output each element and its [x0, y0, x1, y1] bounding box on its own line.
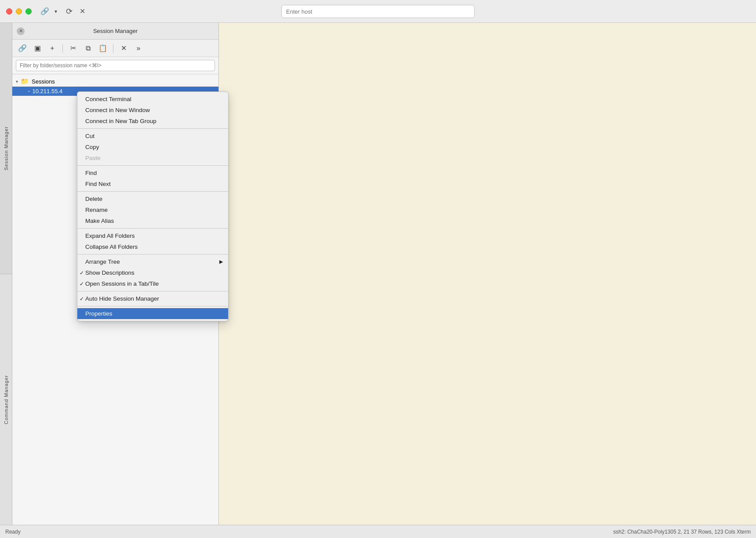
- host-input-container: [281, 5, 475, 18]
- status-left: Ready: [5, 529, 21, 535]
- folder-label: Sessions: [32, 78, 55, 85]
- menu-item-find-next[interactable]: Find Next: [77, 178, 228, 189]
- menu-separator-2: [77, 165, 228, 166]
- close-icon[interactable]: ✕: [80, 7, 85, 15]
- chevron-down-icon: ▾: [16, 79, 18, 84]
- session-icon: ▪: [28, 89, 30, 94]
- context-menu: Connect Terminal Connect in New Window C…: [77, 91, 229, 321]
- menu-item-connect-new-tab[interactable]: Connect in New Tab Group: [77, 116, 228, 127]
- menu-item-collapse-all[interactable]: Collapse All Folders: [77, 241, 228, 252]
- menu-item-rename[interactable]: Rename: [77, 204, 228, 215]
- toolbar-more-button[interactable]: »: [132, 42, 145, 55]
- menu-item-connect-terminal[interactable]: Connect Terminal: [77, 94, 228, 105]
- close-traffic-light[interactable]: [6, 8, 12, 15]
- sidebar-item-command-manager[interactable]: Command Manager: [0, 274, 12, 525]
- menu-item-auto-hide[interactable]: Auto Hide Session Manager: [77, 293, 228, 304]
- maximize-traffic-light[interactable]: [25, 8, 32, 15]
- minimize-traffic-light[interactable]: [16, 8, 22, 15]
- toolbar-separator-2: [113, 44, 113, 53]
- panel-header: ✕ Session Manager: [12, 23, 218, 40]
- toolbar-link-button[interactable]: 🔗: [16, 42, 29, 55]
- toolbar-cut-button[interactable]: ✂: [66, 42, 80, 55]
- tree-folder-sessions[interactable]: ▾ 📁 Sessions: [12, 76, 218, 87]
- panel-title: Session Manager: [93, 28, 138, 34]
- menu-separator-1: [77, 128, 228, 129]
- command-manager-label: Command Manager: [4, 375, 9, 424]
- menu-separator-5: [77, 254, 228, 254]
- status-right: ssh2: ChaCha20-Poly1305 2, 21 37 Rows, 1…: [613, 529, 751, 535]
- vertical-sidebar: Session Manager Command Manager: [0, 23, 12, 525]
- filter-input-container: [12, 57, 218, 74]
- panel-close-button[interactable]: ✕: [17, 27, 25, 35]
- session-item-label: 10.211.55.4: [33, 88, 63, 95]
- folder-icon: 📁: [21, 77, 29, 85]
- menu-item-show-descriptions[interactable]: Show Descriptions: [77, 267, 228, 278]
- toolbar: 🔗 ▣ + ✂ ⧉ 📋 ✕ »: [12, 40, 218, 57]
- traffic-lights: [6, 8, 32, 15]
- menu-item-copy[interactable]: Copy: [77, 142, 228, 153]
- status-bar: Ready ssh2: ChaCha20-Poly1305 2, 21 37 R…: [0, 525, 756, 538]
- title-bar: 🔗 ▾ ⟳ ✕: [0, 0, 756, 23]
- host-input[interactable]: [281, 5, 475, 18]
- menu-item-find[interactable]: Find: [77, 167, 228, 178]
- menu-item-paste: Paste: [77, 153, 228, 164]
- link-icon[interactable]: 🔗: [40, 7, 49, 15]
- toolbar-add-button[interactable]: +: [46, 42, 59, 55]
- toolbar-pane-button[interactable]: ▣: [31, 42, 44, 55]
- filter-input[interactable]: [16, 60, 215, 71]
- menu-separator-7: [77, 306, 228, 306]
- sidebar-item-session-manager[interactable]: Session Manager: [0, 23, 12, 274]
- main-terminal-area: [219, 23, 756, 525]
- title-bar-controls: 🔗 ▾ ⟳ ✕: [40, 7, 85, 16]
- toolbar-paste-button[interactable]: 📋: [96, 42, 109, 55]
- toolbar-separator-1: [62, 44, 63, 53]
- menu-item-cut[interactable]: Cut: [77, 131, 228, 142]
- menu-item-properties[interactable]: Properties: [77, 308, 228, 319]
- session-manager-label: Session Manager: [4, 126, 9, 171]
- panel-close-icon: ✕: [19, 28, 23, 34]
- menu-separator-4: [77, 228, 228, 229]
- menu-separator-6: [77, 291, 228, 291]
- refresh-icon[interactable]: ⟳: [66, 7, 73, 16]
- menu-item-open-sessions[interactable]: Open Sessions in a Tab/Tile: [77, 278, 228, 289]
- menu-item-make-alias[interactable]: Make Alias: [77, 215, 228, 226]
- menu-item-connect-new-window[interactable]: Connect in New Window: [77, 105, 228, 116]
- menu-separator-3: [77, 191, 228, 192]
- toolbar-copy-button[interactable]: ⧉: [81, 42, 94, 55]
- chevron-down-icon[interactable]: ▾: [55, 8, 57, 15]
- toolbar-close-button[interactable]: ✕: [117, 42, 130, 55]
- menu-item-expand-all[interactable]: Expand All Folders: [77, 230, 228, 241]
- menu-item-delete[interactable]: Delete: [77, 193, 228, 204]
- menu-item-arrange-tree[interactable]: Arrange Tree: [77, 256, 228, 267]
